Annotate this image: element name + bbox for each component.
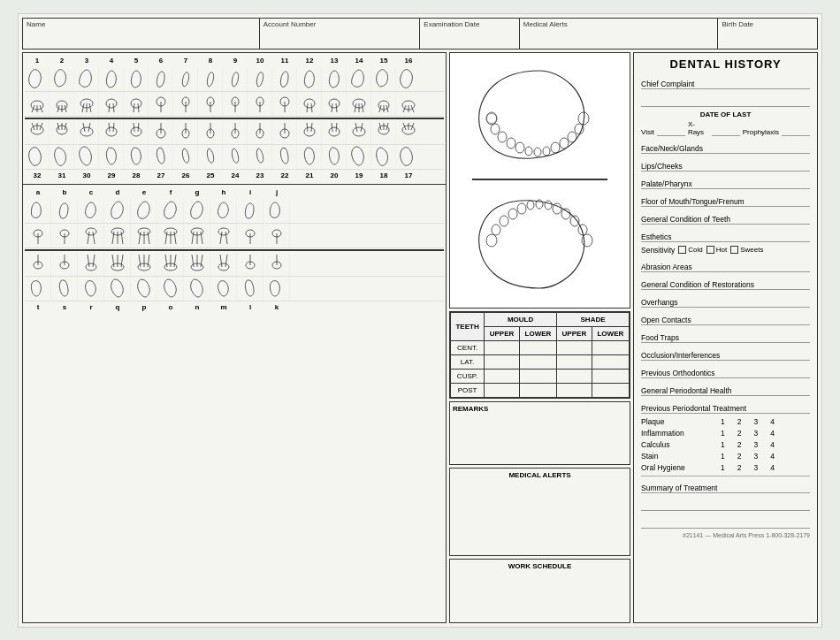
hot-label: Hot [716, 246, 727, 254]
cusp-shade-upper [557, 369, 592, 383]
cusp-shade-lower [592, 369, 629, 383]
gen-perio-line: General Periodontal Health [641, 382, 810, 396]
upper-teeth-row-2 [25, 92, 444, 117]
right-panel: DENTAL HISTORY Chief Complaint DATE OF L… [633, 52, 818, 623]
pedo-k-crown [263, 277, 290, 301]
mould-lower-header: LOWER [519, 326, 556, 340]
inflammation-label: Inflammation [641, 429, 721, 438]
pedo-i-root [237, 224, 263, 248]
tooth-num-3: 3 [74, 57, 99, 65]
summary-line-3 [641, 514, 810, 529]
pedo-k-root [263, 252, 290, 276]
tooth-12-cell [297, 67, 322, 91]
pedo-upper-row-2 [25, 224, 444, 248]
pedo-e-crown [131, 199, 157, 223]
name-cell: Name [23, 19, 260, 49]
tooth-18-root [371, 120, 396, 144]
tooth-num-16: 16 [396, 57, 421, 65]
shade-header: SHADE [557, 312, 630, 326]
tooth-num-23: 23 [248, 171, 272, 179]
tooth-18-crown [371, 145, 396, 169]
pedo-letter-m: m [210, 303, 237, 311]
tooth-num-7: 7 [173, 57, 198, 65]
svg-point-49 [218, 263, 229, 270]
occlusion-line: Occlusion/Interferences [641, 347, 810, 361]
pedo-letter-t: t [25, 303, 51, 311]
tooth-24-crown [223, 145, 248, 169]
sweets-checkbox[interactable] [730, 246, 738, 254]
pedo-c-root [78, 224, 104, 248]
tooth-3-cell [74, 67, 99, 91]
esthetics-label: Esthetics [641, 232, 672, 241]
sensitivity-label: Sensitivity [641, 246, 675, 255]
pedo-letter-o: o [157, 303, 184, 311]
inflammation-2: 2 [737, 429, 742, 438]
svg-point-34 [86, 228, 96, 235]
upper-arch-svg [467, 64, 613, 165]
prev-ortho-label: Previous Orthodontics [641, 369, 715, 377]
tooth-2-cell [50, 67, 74, 91]
lat-label: LAT. [451, 354, 485, 369]
open-contacts-line: Open Contacts [641, 311, 810, 325]
svg-point-62 [568, 132, 577, 142]
plaque-4: 4 [770, 417, 775, 426]
remarks-label: REMARKS [453, 405, 627, 413]
lat-shade-upper [557, 354, 592, 369]
lower-teeth-row-2 [25, 145, 444, 170]
pedo-c-crown [78, 199, 104, 223]
left-panel: 1 2 3 4 5 6 7 8 9 10 11 12 13 14 15 16 [22, 52, 447, 623]
pedo-s-crown [51, 277, 78, 301]
tooth-9-root [223, 92, 248, 116]
pedo-m-crown [210, 277, 237, 301]
inflammation-nums: 1 2 3 4 [721, 429, 775, 438]
birth-date-cell: Birth Date [718, 19, 817, 49]
pedo-t-root [25, 252, 51, 276]
oral-hygiene-nums: 1 2 3 4 [721, 463, 775, 472]
medical-alerts-header-cell: Medical Alerts [520, 19, 719, 49]
lat-mould-lower [519, 354, 556, 369]
oral-hygiene-label: Oral Hygiene [641, 463, 721, 472]
upper-teeth-row-1 [25, 67, 444, 92]
pedo-h-root [210, 224, 237, 248]
occlusion-label: Occlusion/Interferences [641, 351, 720, 360]
svg-point-60 [551, 142, 560, 153]
tooth-28-root [124, 120, 149, 144]
hot-checkbox-item: Hot [706, 246, 727, 254]
pedo-letter-e: e [131, 188, 157, 196]
tooth-22-root [272, 120, 297, 144]
mould-header: MOULD [485, 312, 557, 326]
stain-3: 3 [753, 452, 758, 461]
plaque-label: Plaque [641, 417, 721, 426]
oral-hygiene-4: 4 [770, 463, 775, 472]
tooth-30-root [74, 120, 99, 144]
tooth-num-9: 9 [223, 57, 248, 65]
shade-upper-header: UPPER [557, 326, 592, 340]
work-schedule-label: WORK SCHEDULE [453, 562, 627, 570]
svg-point-56 [515, 142, 524, 153]
cusp-mould-lower [519, 369, 556, 383]
tooth-17-crown [396, 145, 421, 169]
sweets-checkbox-item: Sweets [730, 246, 763, 254]
visit-label: Visit [641, 128, 654, 136]
pedo-letter-s: s [51, 303, 78, 311]
account-label: Account Number [263, 20, 416, 28]
svg-point-55 [507, 138, 515, 149]
tooth-25-root [198, 120, 223, 144]
tooth-13-cell [322, 67, 347, 91]
cold-checkbox[interactable] [678, 246, 686, 254]
dental-history-title: DENTAL HISTORY [641, 57, 810, 71]
tooth-2-root [50, 92, 74, 116]
chief-complaint-line: Chief Complaint [641, 75, 810, 89]
stain-4: 4 [770, 452, 775, 461]
birth-date-label: Birth Date [722, 20, 813, 28]
tooth-8-root [198, 92, 223, 116]
palate-line: Palate/Pharynx [641, 175, 810, 189]
plaque-2: 2 [737, 417, 742, 426]
esthetics-line: Esthetics [641, 228, 810, 242]
pedo-upper-row-1 [25, 199, 444, 224]
tooth-14-cell [347, 67, 371, 91]
main-content: 1 2 3 4 5 6 7 8 9 10 11 12 13 14 15 16 [22, 52, 818, 623]
tooth-12-root [297, 92, 322, 116]
hot-checkbox[interactable] [706, 246, 714, 254]
tooth-3-root [74, 92, 99, 116]
